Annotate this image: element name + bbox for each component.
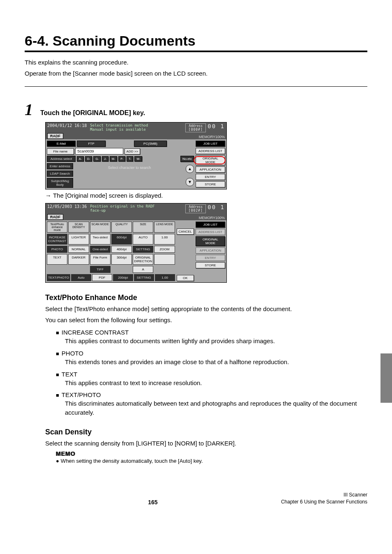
- alpha-d[interactable]: D-: [85, 156, 92, 162]
- bullet-square-icon: ■: [56, 392, 59, 398]
- cancel-button[interactable]: CANCEL: [177, 229, 194, 235]
- ss2-digits: 00 1: [208, 204, 225, 210]
- filename-label: File name: [47, 148, 74, 155]
- application-button[interactable]: APPLICATION: [196, 166, 225, 173]
- entry-button[interactable]: ENTRY: [196, 174, 225, 180]
- ss2-address-box: Address [002#]: [185, 204, 206, 213]
- textphoto-p2: You can select from the following four s…: [45, 316, 367, 325]
- address-list-button[interactable]: ADDRESS LIST: [196, 148, 225, 154]
- density-auto[interactable]: Auto: [71, 274, 91, 281]
- arrow-icon: →: [45, 192, 51, 199]
- tab-ftp[interactable]: FTP: [77, 141, 106, 147]
- tab-email[interactable]: E-Mail: [47, 141, 76, 147]
- quality-400[interactable]: 400dpi: [111, 246, 132, 253]
- alpha-a[interactable]: A-: [77, 156, 84, 162]
- scanmode-fileform: File Form: [90, 254, 111, 265]
- scroll-down-icon[interactable]: ▼: [186, 178, 194, 186]
- ss2-address-list: ADDRESS LIST: [196, 229, 225, 235]
- screenshot-original-mode: 12/05/2003 13:36 Position original in th…: [45, 203, 227, 283]
- scanmode-pdf[interactable]: PDF: [92, 274, 112, 281]
- ss1-address-count: [000#]: [189, 128, 203, 132]
- quality-600[interactable]: 600dpi: [111, 234, 132, 245]
- mode-textphoto[interactable]: TEXT/PHOTO: [47, 274, 70, 281]
- filename-input[interactable]: Scan0039: [75, 148, 123, 155]
- bullet-3-desc: This applies contrast to text to increas…: [65, 379, 367, 388]
- ss2-msg1: Position original in the RADF: [90, 204, 185, 208]
- ss1-address-box: Address [000#]: [185, 123, 206, 132]
- ss2-original-mode[interactable]: ORIGINAL MODE: [196, 236, 225, 246]
- scanmode-one[interactable]: One-sided: [90, 246, 111, 253]
- scandensity-heading: Scan Density: [45, 428, 367, 436]
- mode-increase-contrast[interactable]: INCREASE CONTRAST: [47, 234, 67, 245]
- intro-line-1: This explains the scanning procedure.: [25, 58, 367, 67]
- ss2-address-label: Address: [189, 205, 203, 209]
- job-list-button[interactable]: JOB LIST: [196, 141, 225, 147]
- quality-300[interactable]: 300dpi: [111, 254, 132, 265]
- memo-item: ●When setting the density automatically,…: [56, 458, 367, 464]
- density-darker[interactable]: DARKER: [68, 254, 89, 265]
- size-origdir: ORIGINAL DIRECTION: [133, 254, 153, 265]
- ss2-radf: RADF: [47, 214, 63, 220]
- result-line: → The [Original mode] screen is displaye…: [45, 192, 367, 199]
- size-auto[interactable]: AUTO: [133, 234, 153, 245]
- col-size: SIZE: [133, 222, 153, 233]
- col-lens: LENS MODE: [154, 222, 175, 233]
- density-normal[interactable]: NORMAL: [68, 246, 89, 253]
- ss1-msg1: Select transmission method: [90, 123, 185, 127]
- bullet-2-title: ■PHOTO: [56, 350, 367, 357]
- mode-text[interactable]: TEXT: [47, 254, 67, 265]
- highlight-original-mode: [194, 156, 226, 164]
- thin-rule: [25, 86, 367, 87]
- size-setting1[interactable]: SETTING: [133, 246, 153, 253]
- bullet-4-title: ■TEXT/PHOTO: [56, 391, 367, 398]
- ss1-address-label: Address: [189, 124, 203, 128]
- enter-address[interactable]: Enter address: [47, 163, 73, 169]
- side-tab: [380, 353, 392, 403]
- lens-100b[interactable]: 1.00: [155, 274, 175, 281]
- bullet-1-title: ■INCREASE CONTRAST: [56, 329, 367, 336]
- lens-100a[interactable]: 1.00: [154, 234, 175, 245]
- bullet-3-title: ■TEXT: [56, 371, 367, 378]
- col-quality: QUALITY: [111, 222, 132, 233]
- scroll-up-icon[interactable]: ▲: [186, 165, 194, 173]
- screenshot-scanner-basic: 2004/01/12 16:18 Select transmission met…: [45, 122, 227, 189]
- bullet-square-icon: ■: [56, 372, 59, 378]
- mode-photo[interactable]: PHOTO: [47, 246, 67, 253]
- alpha-g[interactable]: G-: [93, 156, 101, 162]
- alpha-p[interactable]: P-: [118, 156, 125, 162]
- ss2-entry: ENTRY: [196, 255, 225, 261]
- lens-zoom[interactable]: ZOOM: [154, 246, 175, 253]
- size-setting2[interactable]: SETTING: [134, 274, 154, 281]
- ok-button[interactable]: OK: [177, 275, 194, 281]
- bullet-2-desc: This extends tones and provides an image…: [65, 358, 367, 367]
- ss1-center-msg: Select character to search: [74, 163, 184, 188]
- quality-200[interactable]: 200dpi: [113, 274, 133, 281]
- ss1-radf: RADF: [47, 133, 63, 139]
- alpha-w[interactable]: W-: [134, 156, 142, 162]
- add-button[interactable]: ADD >>: [125, 148, 140, 155]
- bullet-square-icon: ■: [56, 330, 59, 336]
- col-enhance: Text/Photo enhance mode: [47, 222, 67, 233]
- scanmode-two[interactable]: Two-sided: [90, 234, 111, 245]
- result-text: The [Original mode] screen is displayed.: [53, 192, 163, 199]
- ss2-job-list[interactable]: JOB LIST: [196, 222, 225, 228]
- subject-body[interactable]: Subject/Msg Body: [47, 178, 73, 188]
- no-etc[interactable]: No.etc: [180, 156, 194, 162]
- alpha-t[interactable]: T-: [127, 156, 133, 162]
- bullet-1-desc: This applies contrast to documents writt…: [65, 337, 367, 346]
- address-select[interactable]: Address select: [47, 156, 76, 162]
- ss2-store[interactable]: STORE: [196, 262, 225, 268]
- bullet-4-desc: This discriminates automatically between…: [65, 399, 367, 417]
- size-a[interactable]: A: [133, 266, 153, 273]
- scandensity-p: Select the scanning density from [LIGHTE…: [45, 439, 367, 448]
- store-button[interactable]: STORE: [196, 181, 225, 187]
- alpha-m[interactable]: M-: [110, 156, 117, 162]
- tab-pcsmb[interactable]: PC(SMB): [134, 141, 167, 147]
- col-scanmode: SCAN MODE: [90, 222, 111, 233]
- scanmode-tiff[interactable]: TIFF: [90, 266, 111, 273]
- density-lighter[interactable]: LIGHTER: [68, 234, 89, 245]
- alpha-j[interactable]: J-: [102, 156, 108, 162]
- ldap-search[interactable]: LDAP Search: [47, 171, 73, 177]
- ss2-datetime: 12/05/2003 13:36: [47, 204, 87, 209]
- memo-label: MEMO: [56, 450, 367, 457]
